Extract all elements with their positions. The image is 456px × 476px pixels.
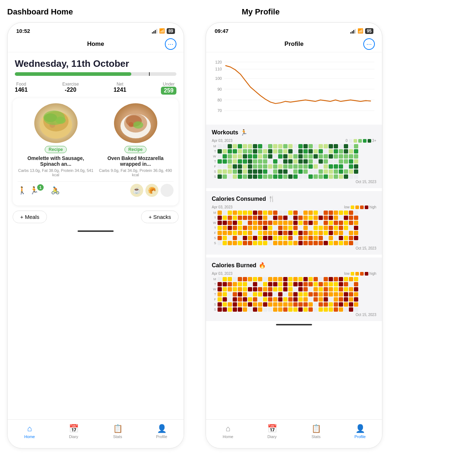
calorie-bar-container <box>8 72 184 82</box>
svg-point-8 <box>133 121 143 129</box>
date-header: Wednesday, 11th October <box>8 52 184 72</box>
meal-macros-1: Carbs 13.0g, Fat 38.0g, Protein 34.0g, 5… <box>18 168 94 177</box>
nav-item-stats-left[interactable]: 📋 Stats <box>107 424 128 439</box>
calories-burned-section: Calories Burned 🔥 Apr 03, 2023 low high … <box>206 258 382 321</box>
calorie-bar-fill <box>15 72 131 76</box>
battery-left: 89 <box>167 28 175 34</box>
calories-consumed-header: Apr 03, 2023 low high <box>212 205 376 209</box>
meal-item-2[interactable]: Recipe Oven Baked Mozzarella wrapped in.… <box>97 103 174 177</box>
meals-button[interactable]: + Meals <box>13 211 47 223</box>
weight-chart-container: 120 110 100 90 80 70 <box>206 52 382 125</box>
meal-item-1[interactable]: Recipe Omelette with Sausage, Spinach an… <box>18 103 94 177</box>
nav-item-stats-right[interactable]: 📋 Stats <box>305 424 327 439</box>
home-indicator-right <box>276 324 312 325</box>
status-icons-right: 📶 95 <box>350 28 373 34</box>
left-page-title: Dashboard Home <box>7 7 184 17</box>
bottom-nav-right: ⌂ Home 📅 Diary 📋 Stats 👤 Profile <box>206 419 382 441</box>
calories-burned-date-end: Oct 15, 2023 <box>212 313 376 317</box>
workouts-date-start: Apr 03, 2023 <box>212 139 232 143</box>
time-right: 09:47 <box>215 28 228 34</box>
workouts-heatmap: MTWTFSS <box>212 144 376 179</box>
time-left: 10:52 <box>16 28 30 34</box>
nav-item-diary-left[interactable]: 📅 Diary <box>63 424 84 439</box>
meal-items: Recipe Omelette with Sausage, Spinach an… <box>18 103 174 177</box>
meal-name-2: Oven Baked Mozzarella wrapped in... <box>97 155 174 167</box>
bread-icon: 🥐 <box>145 184 158 197</box>
profile-phone: 09:47 📶 95 Profile ··· 120 <box>206 22 382 449</box>
nav-item-diary-right[interactable]: 📅 Diary <box>261 424 283 439</box>
stats-icon-left: 📋 <box>113 424 123 433</box>
profile-icon-left: 👤 <box>157 424 167 433</box>
signal-icon-right <box>350 29 356 34</box>
nav-title-left: Home <box>87 40 104 48</box>
fire-icon: 🔥 <box>259 262 266 269</box>
activity-badge: 1 <box>37 184 44 191</box>
bottom-nav-left: ⌂ Home 📅 Diary 📋 Stats 👤 Profile <box>8 419 184 441</box>
calories-consumed-date-end: Oct 15, 2023 <box>212 246 376 250</box>
workouts-title: Workouts 🏃 <box>212 129 376 136</box>
battery-right: 95 <box>365 28 373 34</box>
net-stat: Net 1241 <box>114 82 127 95</box>
nav-label-stats-right: Stats <box>311 434 320 439</box>
workouts-header: Apr 03, 2023 0 3+ <box>212 139 376 143</box>
nav-item-profile-left[interactable]: 👤 Profile <box>151 424 172 439</box>
meal-card: Recipe Omelette with Sausage, Spinach an… <box>13 98 179 205</box>
svg-point-4 <box>49 122 55 128</box>
calories-burned-title: Calories Burned 🔥 <box>212 262 376 269</box>
home-icon-right: ⌂ <box>225 424 230 433</box>
calories-burned-header: Apr 03, 2023 low high <box>212 272 376 276</box>
snacks-button[interactable]: + Snacks <box>141 211 179 223</box>
under-stat: Under 259 <box>161 82 176 95</box>
status-icons-left: 📶 89 <box>152 28 175 34</box>
right-page-title: My Profile <box>242 7 280 17</box>
dashboard-phone: 10:52 📶 89 Home ··· Wednesday, 11th Octo… <box>7 22 184 449</box>
meal-image-2 <box>114 103 157 143</box>
walk-icon: 🚶 <box>18 186 27 195</box>
calories-consumed-title: Calories Consumed 🍴 <box>212 195 376 202</box>
nav-label-home-left: Home <box>24 434 35 439</box>
svg-text:100: 100 <box>215 76 222 81</box>
status-bar-right: 09:47 📶 95 <box>206 23 382 36</box>
nav-item-home-right[interactable]: ⌂ Home <box>217 424 239 439</box>
nav-item-profile-right[interactable]: 👤 Profile <box>349 424 371 439</box>
calories-burned-date-start: Apr 03, 2023 <box>212 272 232 276</box>
calories-consumed-section: Calories Consumed 🍴 Apr 03, 2023 low hig… <box>206 191 382 255</box>
nav-label-diary-right: Diary <box>267 434 277 439</box>
nav-label-profile-left: Profile <box>156 434 167 439</box>
meal-image-1 <box>34 103 78 143</box>
nav-label-diary-left: Diary <box>69 434 78 439</box>
wifi-icon: 📶 <box>159 28 165 34</box>
svg-text:70: 70 <box>218 108 222 113</box>
nav-label-stats-left: Stats <box>113 434 122 439</box>
food-stat: Food 1461 <box>15 82 28 95</box>
calories-burned-legend: low high <box>344 272 376 276</box>
workouts-section: Workouts 🏃 Apr 03, 2023 0 3+ MTWTFSS Oct… <box>206 125 382 188</box>
svg-text:110: 110 <box>215 67 222 71</box>
home-icon-left: ⌂ <box>27 424 32 433</box>
nav-title-right: Profile <box>285 40 304 48</box>
nav-item-home-left[interactable]: ⌂ Home <box>19 424 40 439</box>
food-icon: 🍴 <box>268 195 275 202</box>
date-text: Wednesday, 11th October <box>15 58 176 69</box>
food-icons: ☕ 🥐 <box>130 184 174 197</box>
weight-chart-svg: 120 110 100 90 80 70 <box>212 55 376 120</box>
workout-icon: 🏃 <box>240 129 247 136</box>
svg-text:120: 120 <box>215 60 222 64</box>
calories-consumed-date-start: Apr 03, 2023 <box>212 205 232 209</box>
wifi-icon-right: 📶 <box>358 28 363 34</box>
more-button-right[interactable]: ··· <box>363 38 375 50</box>
action-buttons: + Meals + Snacks <box>8 211 184 228</box>
workouts-date-end: Oct 15, 2023 <box>212 180 376 184</box>
more-button-left[interactable]: ··· <box>165 38 176 50</box>
meal-macros-2: Carbs 9.0g, Fat 34.0g, Protein 36.0g, 49… <box>97 168 174 177</box>
exercise-stat: Exercise -220 <box>62 82 79 95</box>
svg-text:90: 90 <box>218 87 222 91</box>
coffee-icon: ☕ <box>130 184 143 197</box>
activity-row: 🚶 🏃 1 🚴 ☕ 🥐 <box>18 181 174 200</box>
meal-name-1: Omelette with Sausage, Spinach an... <box>18 155 94 167</box>
calorie-bar-marker <box>149 72 150 76</box>
signal-icon <box>152 29 157 34</box>
profile-icon-right: 👤 <box>355 424 365 433</box>
nav-label-home-right: Home <box>223 434 233 439</box>
calories-burned-heatmap: MTWTFSS <box>212 277 376 312</box>
